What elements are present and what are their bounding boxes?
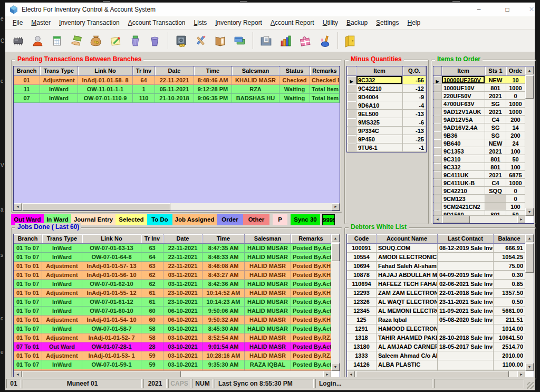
row-selector[interactable] <box>433 211 442 216</box>
resize-grip[interactable] <box>527 382 534 389</box>
row-selector[interactable] <box>433 139 442 147</box>
column-header[interactable]: Status <box>279 66 310 76</box>
row-selector[interactable] <box>433 203 442 211</box>
row-selector[interactable] <box>433 116 442 123</box>
table-row[interactable]: 9P334C-13 <box>347 127 426 135</box>
column-header[interactable]: Date <box>163 234 202 244</box>
row-selector[interactable] <box>347 127 356 135</box>
table-row[interactable]: ▶9C332-56 <box>347 76 426 84</box>
table-row[interactable]: 01 To 01AdjustmentInAdj-01-01-56- 106203… <box>14 271 340 280</box>
menu-help[interactable]: Help <box>403 17 425 28</box>
column-header[interactable]: Sts 1 <box>485 66 506 76</box>
column-header[interactable]: Trans Type <box>40 66 78 76</box>
column-header[interactable]: Branch <box>14 66 40 76</box>
column-header[interactable]: Code <box>347 234 377 244</box>
scrollbar-thumb[interactable] <box>525 75 534 99</box>
row-selector[interactable] <box>433 131 442 139</box>
row-selector[interactable] <box>433 92 442 100</box>
scroll-left-button[interactable]: ◄ <box>433 216 441 223</box>
table-row[interactable]: 9EL500-13 <box>347 110 426 118</box>
table-row[interactable]: 9C411UK-BC41000 <box>433 179 534 187</box>
table-row[interactable]: 9D4004-9 <box>347 93 426 101</box>
table-row[interactable]: 01 To 01AdjustmentInAdj-01-01-55- 126123… <box>14 289 340 298</box>
trash-full-icon[interactable] <box>126 31 145 50</box>
scrollbar-thumb[interactable] <box>525 243 534 273</box>
column-header[interactable]: Balance <box>494 234 525 244</box>
scrollbar-thumb[interactable] <box>23 203 170 211</box>
table-row[interactable]: 9C42210-12 <box>347 84 426 93</box>
row-selector[interactable] <box>347 144 356 152</box>
row-selector[interactable] <box>433 155 442 163</box>
column-header[interactable]: Salesman <box>232 66 279 76</box>
table-row[interactable]: 07 To 01Out WardOW-01-07-28-12803-10-202… <box>14 342 340 351</box>
row-selector[interactable] <box>433 163 442 171</box>
column-header[interactable]: Q.O. <box>403 66 426 76</box>
minimize-button[interactable]: – <box>471 4 486 15</box>
column-header[interactable]: Tr Inv <box>133 66 155 76</box>
column-header[interactable]: Last Contact <box>438 234 494 244</box>
table-row[interactable]: 01 To 07InWardOW-07-01-63-136322-11-2021… <box>14 244 340 253</box>
table-row[interactable]: 4700UF63VSG1000 <box>433 100 534 108</box>
form-icon[interactable] <box>47 31 67 50</box>
column-header[interactable]: Account Name <box>377 234 438 244</box>
horizontal-scrollbar[interactable]: ◄► <box>14 203 340 211</box>
row-selector[interactable] <box>433 195 442 203</box>
table-row[interactable]: 9AD16V2.4ASG14 <box>433 123 534 131</box>
ink-pot-icon[interactable] <box>315 31 334 50</box>
menu-inventory-transaction[interactable]: Inventory Transaction <box>55 17 124 28</box>
trash-empty-icon[interactable] <box>145 31 165 50</box>
chip-icon[interactable] <box>8 31 28 50</box>
column-header[interactable]: Remarks <box>310 66 340 76</box>
table-row[interactable]: 9P450-25 <box>347 135 426 144</box>
scroll-down-button[interactable]: ▼ <box>525 363 534 371</box>
row-selector[interactable] <box>433 100 442 108</box>
table-row[interactable]: 1000UF10V8011000 <box>433 84 534 92</box>
row-selector[interactable]: ▶ <box>433 76 442 84</box>
table-row[interactable]: 01AdjustmentInAdj-01-01-58- 86422-11-202… <box>14 76 340 85</box>
column-header[interactable]: Item <box>356 66 403 76</box>
column-header[interactable]: Item <box>442 66 485 76</box>
table-row[interactable]: 9CM1230 <box>433 195 534 203</box>
maximize-button[interactable]: □ <box>500 4 515 15</box>
table-row[interactable]: 9D156080150 <box>433 211 534 216</box>
menu-account-report[interactable]: Account Report <box>266 17 319 28</box>
column-header[interactable]: Time <box>194 66 232 76</box>
table-row[interactable]: 10694Fahad Saleh Al-shamr75.00 <box>347 262 534 271</box>
table-row[interactable]: 9C332801100 <box>433 163 534 171</box>
row-selector[interactable] <box>347 118 356 127</box>
table-row[interactable]: 9TU6-1-1 <box>347 144 426 152</box>
table-row[interactable]: 12293ZAM ZAM ELECTRONI22-01-2018 Sale In… <box>347 289 534 298</box>
row-selector[interactable] <box>433 187 442 195</box>
table-row[interactable]: 9AD12V5AC4200 <box>433 116 534 123</box>
credit-card-icon[interactable] <box>230 31 249 50</box>
table-row[interactable]: 11InWardOW-11-01-1-1105-11-20219:12:28 P… <box>14 85 340 94</box>
bar-chart-icon[interactable] <box>276 31 295 50</box>
cash-hand-icon[interactable] <box>67 31 86 50</box>
table-row[interactable]: 10878HAJAJ ABDULLAH M04-09-2019 Sale Inv… <box>347 271 534 280</box>
title-bar[interactable]: Electro For Inventory Control & Account … <box>5 3 535 16</box>
column-header[interactable]: Time <box>202 234 245 244</box>
table-row[interactable]: 9B640NEW24 <box>433 139 534 147</box>
table-row[interactable]: 9CM2421CN2100 <box>433 203 534 211</box>
menu-master[interactable]: Master <box>27 17 55 28</box>
table-row[interactable]: 9C31080150 <box>433 155 534 163</box>
column-header[interactable]: Link No <box>82 234 141 244</box>
table-row[interactable]: 9C411UK20216875 <box>433 171 534 179</box>
row-selector[interactable] <box>433 123 442 131</box>
scrollbar-thumb[interactable] <box>331 243 340 261</box>
scrollbar-thumb[interactable] <box>442 216 470 223</box>
menu-account-transaction[interactable]: Account Transaction <box>124 17 190 28</box>
table-row[interactable]: 9D6A10-4 <box>347 101 426 110</box>
scroll-up-button[interactable]: ▲ <box>525 66 534 74</box>
row-selector[interactable] <box>433 108 442 116</box>
scroll-left-button[interactable]: ◄ <box>14 203 22 211</box>
table-row[interactable]: 01 To 01AdjustmentInAdj-01-01-53- 15903-… <box>14 351 340 360</box>
vertical-scrollbar[interactable]: ▲▼ <box>331 234 340 371</box>
table-row[interactable]: 01 To 01AdjustmentInAdj-01-01-54- 106006… <box>14 315 340 324</box>
table-row[interactable]: 220UF50V20210 <box>433 92 534 100</box>
column-header[interactable]: Orde <box>506 66 525 76</box>
table-row[interactable]: 01 To 01AdjustmentInAdj-01-01-52- 75803-… <box>14 333 340 342</box>
scroll-right-button[interactable]: ► <box>332 203 340 211</box>
table-row[interactable]: 1318TAHIR AHAMED PAKIS28-10-2018 Sale In… <box>347 333 534 342</box>
scroll-right-button[interactable]: ► <box>517 216 525 223</box>
